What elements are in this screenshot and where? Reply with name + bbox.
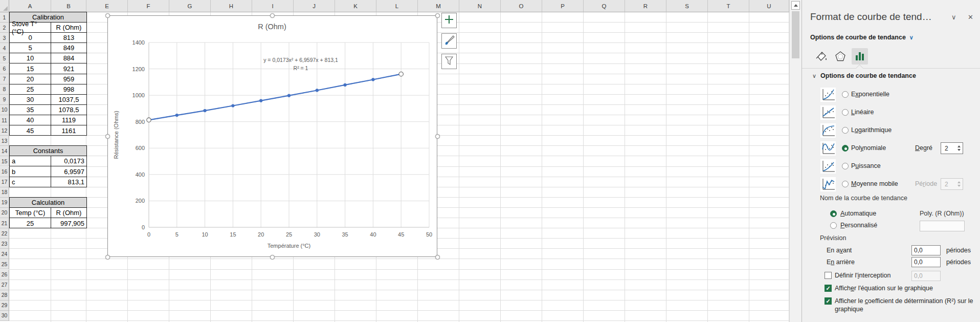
table-cell[interactable]: 35	[10, 105, 51, 115]
tab-effects[interactable]	[832, 48, 849, 65]
data-point-marker[interactable]	[231, 104, 234, 107]
data-point-marker[interactable]	[371, 78, 374, 81]
table-cell[interactable]: 813,1	[51, 177, 86, 187]
column-header-N[interactable]: N	[459, 0, 501, 12]
spinner-down-icon[interactable]	[957, 149, 961, 151]
intercept-input[interactable]: 0,0	[911, 271, 941, 281]
chart-selection-handle[interactable]	[435, 255, 440, 260]
table-cell[interactable]: 884	[51, 53, 86, 63]
table-cell[interactable]: 849	[51, 43, 86, 53]
chart-selection-handle[interactable]	[105, 255, 110, 260]
spinner-down-icon[interactable]	[957, 185, 961, 187]
chart-styles-button[interactable]	[441, 33, 457, 49]
tab-trendline-options[interactable]	[852, 48, 868, 65]
table-cell[interactable]: Stove T° (°C)	[10, 23, 51, 33]
table-cell[interactable]: 0,0173	[51, 156, 86, 166]
trendline-options-dropdown[interactable]: Options de courbe de tendance∨	[810, 34, 914, 41]
forecast-input[interactable]: 0,0	[911, 257, 941, 267]
column-header-B[interactable]: B	[51, 0, 86, 12]
row-header-13[interactable]: 13	[0, 136, 9, 146]
chart-filters-button[interactable]	[441, 54, 457, 69]
column-header-O[interactable]: O	[501, 0, 542, 12]
row-header-3[interactable]: 3	[0, 33, 9, 43]
data-point-marker[interactable]	[259, 99, 262, 102]
radio-logarithmic[interactable]	[842, 127, 849, 134]
row-header-2[interactable]: 2	[0, 23, 9, 33]
trendline-option-power[interactable]: Puissance	[802, 159, 980, 174]
row-header-22[interactable]: 22	[0, 228, 9, 239]
data-series-line[interactable]	[149, 74, 401, 120]
row-header-27[interactable]: 27	[0, 280, 9, 290]
chart-selection-handle[interactable]	[435, 13, 440, 18]
column-header-H[interactable]: H	[211, 0, 252, 12]
chart-title[interactable]: R (Ohm)	[258, 23, 286, 31]
chart-elements-button[interactable]	[441, 13, 457, 28]
table-cell[interactable]: 20	[10, 74, 51, 84]
table-cell[interactable]: 30	[10, 95, 51, 105]
table-cell[interactable]: 25	[10, 84, 51, 95]
row-header-18[interactable]: 18	[0, 187, 9, 198]
column-header-M[interactable]: M	[418, 0, 459, 12]
table-cell[interactable]: 0	[10, 33, 51, 43]
data-point-marker[interactable]	[175, 114, 179, 117]
table-cell[interactable]: 998	[51, 84, 86, 95]
scroll-up-button[interactable]	[791, 1, 800, 10]
data-point-marker[interactable]	[316, 89, 319, 92]
row-header-17[interactable]: 17	[0, 177, 9, 187]
row-header-9[interactable]: 9	[0, 95, 9, 105]
table-cell[interactable]: b	[10, 166, 51, 177]
row-header-26[interactable]: 26	[0, 270, 9, 280]
data-point-marker[interactable]	[204, 109, 207, 112]
trendline-end-handle[interactable]	[147, 118, 151, 122]
chart-selection-handle[interactable]	[270, 13, 275, 18]
chart-selection-handle[interactable]	[270, 255, 275, 260]
trendline-r-squared-label[interactable]: R² = 1	[294, 65, 308, 71]
row-header-7[interactable]: 7	[0, 74, 9, 84]
row-header-10[interactable]: 10	[0, 105, 9, 115]
y-axis-title[interactable]: Résistance (Ohms)	[113, 111, 119, 159]
column-header-T[interactable]: T	[708, 0, 749, 12]
table-cell[interactable]: 959	[51, 74, 86, 84]
row-header-4[interactable]: 4	[0, 43, 9, 53]
trendline-option-polynomial[interactable]: PolynomialeDegré2	[802, 141, 980, 156]
trendline-name-option-custom[interactable]: Personnalisé	[802, 221, 980, 231]
chart-selection-handle[interactable]	[105, 134, 110, 139]
column-header-J[interactable]: J	[294, 0, 335, 12]
row-header-29[interactable]: 29	[0, 300, 9, 311]
checkbox-checked[interactable]: ✓	[825, 285, 832, 292]
table-cell[interactable]: 25	[10, 218, 51, 228]
x-axis-title[interactable]: Température (°C)	[268, 243, 310, 249]
row-header-23[interactable]: 23	[0, 239, 9, 249]
row-header-11[interactable]: 11	[0, 115, 9, 125]
radio-name-automatic[interactable]	[830, 210, 837, 217]
trendline-name-option-automatic[interactable]: AutomatiquePoly. (R (Ohm))	[802, 209, 980, 219]
column-header-Q[interactable]: Q	[584, 0, 625, 12]
checkbox-unchecked[interactable]	[825, 272, 832, 279]
table-cell[interactable]: c	[10, 177, 51, 187]
chart-selection-handle[interactable]	[435, 134, 440, 139]
table-cell[interactable]: 6,9597	[51, 166, 86, 177]
column-header-A[interactable]: A	[9, 0, 51, 12]
période-spinner[interactable]: 2	[941, 178, 963, 190]
custom-name-input[interactable]	[920, 221, 965, 231]
section-header-trendline-options[interactable]: ∨Options de courbe de tendance	[812, 72, 916, 79]
table-cell[interactable]: 40	[10, 115, 51, 125]
chart-selection-handle[interactable]	[105, 13, 110, 18]
table-cell[interactable]: 15	[10, 63, 51, 74]
scrollbar-thumb[interactable]	[792, 11, 799, 58]
radio-moving-average[interactable]	[842, 181, 849, 187]
row-header-25[interactable]: 25	[0, 259, 9, 269]
spinner-up-icon[interactable]	[957, 145, 961, 147]
table-cell[interactable]: 921	[51, 63, 86, 74]
row-header-8[interactable]: 8	[0, 84, 9, 95]
column-header-S[interactable]: S	[666, 0, 708, 12]
table-cell[interactable]: 45	[10, 125, 51, 136]
spinner-up-icon[interactable]	[957, 181, 961, 183]
radio-power[interactable]	[842, 163, 849, 169]
select-all-corner[interactable]	[0, 0, 9, 12]
table-cell[interactable]: 1078,5	[51, 105, 86, 115]
column-header-P[interactable]: P	[542, 0, 584, 12]
table-cell[interactable]: 1037,5	[51, 95, 86, 105]
trendline-equation-label[interactable]: y = 0,0173x² + 6,9597x + 813,1	[263, 57, 338, 63]
radio-exponential[interactable]	[842, 91, 849, 98]
